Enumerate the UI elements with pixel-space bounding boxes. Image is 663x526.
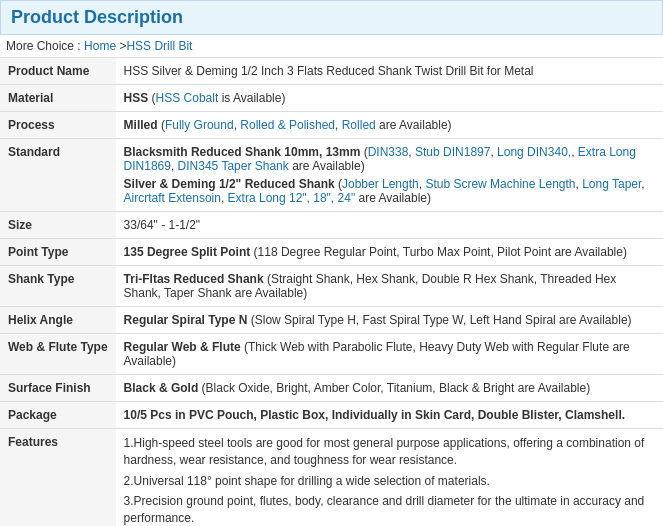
standard-link-1[interactable]: Stub DIN1897 bbox=[415, 145, 490, 159]
features-list: 1.High-speed steel tools are good for mo… bbox=[124, 435, 655, 526]
table-row: Point Type135 Degree Split Point (118 De… bbox=[0, 239, 663, 266]
standard-bold-2: Silver & Deming 1/2" Reduced Shank bbox=[124, 177, 335, 191]
row-value: HSS (HSS Cobalt is Available) bbox=[116, 85, 663, 112]
breadcrumb-home[interactable]: Home bbox=[84, 39, 116, 53]
standard-link-2[interactable]: Aircrtaft Extensoin bbox=[124, 191, 221, 205]
feature-item: 1.High-speed steel tools are good for mo… bbox=[124, 435, 655, 469]
process-bold: Milled bbox=[124, 118, 158, 132]
standard-bold-1: Blacksmith Reduced Shank 10mm, 13mm bbox=[124, 145, 361, 159]
row-value: Milled (Fully Ground, Rolled & Polished,… bbox=[116, 112, 663, 139]
page-wrapper: Product Description More Choice : Home >… bbox=[0, 0, 663, 526]
material-bold: HSS bbox=[124, 91, 149, 105]
spec-table: Product NameHSS Silver & Deming 1/2 Inch… bbox=[0, 58, 663, 526]
point-type-bold: 135 Degree Split Point bbox=[124, 245, 251, 259]
row-value: 10/5 Pcs in PVC Pouch, Plastic Box, Indi… bbox=[116, 402, 663, 429]
row-value: 135 Degree Split Point (118 Degree Regul… bbox=[116, 239, 663, 266]
row-value: HSS Silver & Deming 1/2 Inch 3 Flats Red… bbox=[116, 58, 663, 85]
table-row: Surface FinishBlack & Gold (Black Oxide,… bbox=[0, 375, 663, 402]
package-bold: 10/5 Pcs in PVC Pouch, Plastic Box, Indi… bbox=[124, 408, 625, 422]
standard-link-1[interactable]: Long DIN340, bbox=[497, 145, 571, 159]
row-label: Point Type bbox=[0, 239, 116, 266]
breadcrumb: More Choice : Home >HSS Drill Bit bbox=[0, 35, 663, 58]
material-link[interactable]: HSS Cobalt bbox=[156, 91, 219, 105]
feature-item: 2.Universal 118° point shape for drillin… bbox=[124, 473, 655, 490]
row-label: Material bbox=[0, 85, 116, 112]
row-label: Process bbox=[0, 112, 116, 139]
row-value: 1.High-speed steel tools are good for mo… bbox=[116, 429, 663, 527]
page-title: Product Description bbox=[11, 7, 652, 28]
row-label: Web & Flute Type bbox=[0, 334, 116, 375]
row-label: Size bbox=[0, 212, 116, 239]
standard-link-2[interactable]: Stub Screw Machine Length bbox=[425, 177, 575, 191]
row-label: Product Name bbox=[0, 58, 116, 85]
row-label: Helix Angle bbox=[0, 307, 116, 334]
table-row: Size33/64" - 1-1/2" bbox=[0, 212, 663, 239]
standard-link-2[interactable]: Extra Long 12", 18", 24" bbox=[228, 191, 356, 205]
standard-link-1[interactable]: DIN345 Taper Shank bbox=[178, 159, 289, 173]
row-value: Regular Web & Flute (Thick Web with Para… bbox=[116, 334, 663, 375]
table-row: Package10/5 Pcs in PVC Pouch, Plastic Bo… bbox=[0, 402, 663, 429]
row-value: Regular Spiral Type N (Slow Spiral Type … bbox=[116, 307, 663, 334]
process-link[interactable]: Rolled & Polished bbox=[240, 118, 335, 132]
surface-bold: Black & Gold bbox=[124, 381, 199, 395]
helix-bold: Regular Spiral Type N bbox=[124, 313, 248, 327]
web-flute-bold: Regular Web & Flute bbox=[124, 340, 241, 354]
table-row: ProcessMilled (Fully Ground, Rolled & Po… bbox=[0, 112, 663, 139]
process-link[interactable]: Fully Ground bbox=[165, 118, 234, 132]
row-value: Tri-Fltas Reduced Shank (Straight Shank,… bbox=[116, 266, 663, 307]
table-row: StandardBlacksmith Reduced Shank 10mm, 1… bbox=[0, 139, 663, 212]
row-label: Package bbox=[0, 402, 116, 429]
row-label: Features bbox=[0, 429, 116, 527]
process-link[interactable]: Rolled bbox=[342, 118, 376, 132]
standard-link-2[interactable]: Jobber Length bbox=[342, 177, 419, 191]
product-description-header: Product Description bbox=[0, 0, 663, 35]
feature-item: 3.Precision ground point, flutes, body, … bbox=[124, 493, 655, 526]
breadcrumb-separator: > bbox=[116, 39, 126, 53]
table-row: MaterialHSS (HSS Cobalt is Available) bbox=[0, 85, 663, 112]
table-row: Shank TypeTri-Fltas Reduced Shank (Strai… bbox=[0, 266, 663, 307]
table-row: Helix AngleRegular Spiral Type N (Slow S… bbox=[0, 307, 663, 334]
standard-link-2[interactable]: Long Taper bbox=[582, 177, 641, 191]
table-row: Features1.High-speed steel tools are goo… bbox=[0, 429, 663, 527]
breadcrumb-current[interactable]: HSS Drill Bit bbox=[126, 39, 192, 53]
standard-link-1[interactable]: DIN338 bbox=[368, 145, 409, 159]
table-row: Product NameHSS Silver & Deming 1/2 Inch… bbox=[0, 58, 663, 85]
row-value: Blacksmith Reduced Shank 10mm, 13mm (DIN… bbox=[116, 139, 663, 212]
row-label: Standard bbox=[0, 139, 116, 212]
row-value: Black & Gold (Black Oxide, Bright, Amber… bbox=[116, 375, 663, 402]
row-label: Shank Type bbox=[0, 266, 116, 307]
shank-type-bold: Tri-Fltas Reduced Shank bbox=[124, 272, 264, 286]
breadcrumb-prefix: More Choice : bbox=[6, 39, 81, 53]
row-value: 33/64" - 1-1/2" bbox=[116, 212, 663, 239]
row-label: Surface Finish bbox=[0, 375, 116, 402]
table-row: Web & Flute TypeRegular Web & Flute (Thi… bbox=[0, 334, 663, 375]
